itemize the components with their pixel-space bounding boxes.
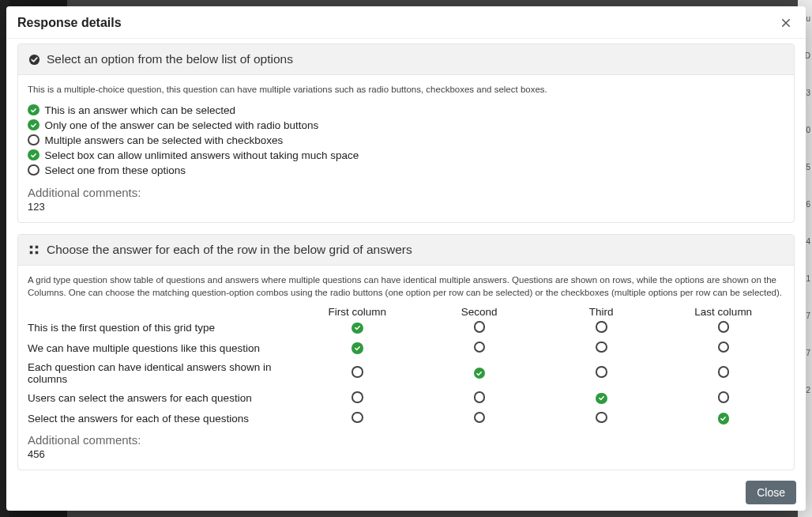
grid-row-label: Users can select the answers for each qu… — [28, 392, 296, 404]
option-label: This is an answer which can be selected — [45, 104, 236, 116]
selected-indicator-icon — [474, 368, 486, 379]
check-circle-icon — [28, 53, 40, 66]
option-label: Multiple answers can be selected with ch… — [45, 134, 284, 146]
selected-indicator-icon — [28, 119, 39, 131]
unselected-indicator-icon — [718, 342, 730, 353]
selected-indicator-icon — [351, 342, 363, 354]
svg-rect-3 — [30, 251, 33, 254]
card-body: A grid type question show table of quest… — [18, 266, 794, 470]
question-card-grid: Choose the answer for each of the row in… — [17, 234, 795, 470]
selected-indicator-icon — [718, 413, 730, 425]
unselected-indicator-icon — [718, 366, 730, 378]
grid-cell — [296, 391, 419, 406]
unselected-indicator-icon — [351, 412, 363, 424]
svg-rect-1 — [30, 245, 33, 248]
selected-indicator-icon — [596, 393, 607, 405]
grid-column-header: First column — [296, 306, 419, 318]
grid-row-label: Select the answers for each of these que… — [28, 413, 296, 425]
unselected-indicator-icon — [474, 412, 486, 424]
svg-rect-4 — [36, 251, 39, 254]
grid-cell — [540, 366, 663, 380]
modal-title: Response details — [17, 16, 122, 30]
question-help: This is a multiple-choice question, this… — [28, 83, 784, 96]
grid-row: This is the first question of this grid … — [28, 318, 784, 338]
grid-cell — [540, 392, 663, 404]
option-label: Select box can allow unlimited answers w… — [45, 149, 359, 161]
option-item: Select one from these options — [28, 163, 784, 178]
option-item: Select box can allow unlimited answers w… — [28, 148, 784, 163]
question-help: A grid type question show table of quest… — [28, 274, 784, 300]
unselected-indicator-icon — [596, 321, 607, 333]
grid-icon — [28, 243, 40, 256]
selected-indicator-icon — [28, 104, 39, 116]
grid-row: We can have multiple questions like this… — [28, 338, 784, 359]
grid-cell — [419, 412, 541, 426]
grid-row-label: We can have multiple questions like this… — [28, 342, 296, 354]
unselected-indicator-icon — [718, 321, 730, 333]
modal-footer: Close — [6, 474, 806, 511]
option-label: Only one of the answer can be selected w… — [45, 119, 319, 131]
grid-cell — [540, 412, 663, 426]
grid-cell — [296, 412, 419, 426]
grid-row: Each question can have identical answers… — [28, 358, 784, 388]
unselected-indicator-icon — [474, 391, 486, 403]
card-body: This is a multiple-choice question, this… — [18, 75, 794, 222]
unselected-indicator-icon — [28, 134, 39, 146]
modal-header: Response details — [6, 6, 806, 39]
close-button[interactable]: Close — [746, 481, 796, 504]
svg-rect-2 — [36, 245, 39, 248]
unselected-indicator-icon — [351, 391, 363, 403]
option-item: Multiple answers can be selected with ch… — [28, 133, 784, 148]
svg-point-0 — [28, 54, 39, 64]
unselected-indicator-icon — [596, 342, 607, 353]
unselected-indicator-icon — [718, 391, 730, 403]
grid-cell — [419, 342, 541, 356]
option-item: This is an answer which can be selected — [28, 103, 784, 118]
grid-cell — [540, 321, 663, 335]
modal-body[interactable]: Select an option from the below list of … — [6, 39, 806, 474]
comments-value: 456 — [28, 448, 784, 460]
grid-cell — [663, 366, 785, 380]
grid-cell — [419, 368, 541, 379]
option-item: Only one of the answer can be selected w… — [28, 118, 784, 133]
grid-cell — [296, 342, 419, 354]
question-title: Choose the answer for each of the row in… — [47, 243, 412, 257]
close-icon[interactable] — [777, 14, 795, 32]
grid-column-header: Second — [419, 306, 541, 318]
comments-label: Additional comments: — [28, 186, 784, 199]
response-details-modal: Response details Select an option from t… — [6, 6, 806, 511]
grid-column-header: Last column — [663, 306, 785, 318]
grid-cell — [419, 391, 541, 406]
unselected-indicator-icon — [351, 366, 363, 378]
unselected-indicator-icon — [28, 164, 39, 176]
grid-table: First columnSecondThirdLast column This … — [28, 306, 784, 428]
grid-cell — [419, 321, 541, 335]
grid-row-label: This is the first question of this grid … — [28, 322, 296, 334]
grid-cell — [296, 322, 419, 334]
grid-header-row: First columnSecondThirdLast column — [28, 306, 784, 318]
unselected-indicator-icon — [474, 342, 486, 353]
comments-label: Additional comments: — [28, 433, 784, 447]
unselected-indicator-icon — [596, 366, 607, 378]
grid-cell — [540, 342, 663, 356]
grid-row: Users can select the answers for each qu… — [28, 388, 784, 409]
question-card-multiple-choice: Select an option from the below list of … — [17, 43, 795, 223]
grid-cell — [663, 413, 785, 425]
grid-row-label: Each question can have identical answers… — [28, 361, 296, 385]
question-title: Select an option from the below list of … — [47, 52, 293, 66]
grid-cell — [663, 321, 785, 335]
grid-cell — [663, 342, 785, 356]
grid-row: Select the answers for each of these que… — [28, 409, 784, 429]
selected-indicator-icon — [28, 149, 39, 161]
card-header: Select an option from the below list of … — [18, 44, 794, 75]
comments-value: 123 — [28, 201, 784, 213]
unselected-indicator-icon — [596, 412, 607, 424]
unselected-indicator-icon — [474, 321, 486, 333]
grid-column-header: Third — [540, 306, 663, 318]
grid-cell — [663, 391, 785, 406]
card-header: Choose the answer for each of the row in… — [18, 235, 794, 266]
selected-indicator-icon — [351, 323, 363, 334]
option-label: Select one from these options — [45, 164, 186, 176]
grid-cell — [296, 366, 419, 380]
options-list: This is an answer which can be selectedO… — [28, 103, 784, 178]
